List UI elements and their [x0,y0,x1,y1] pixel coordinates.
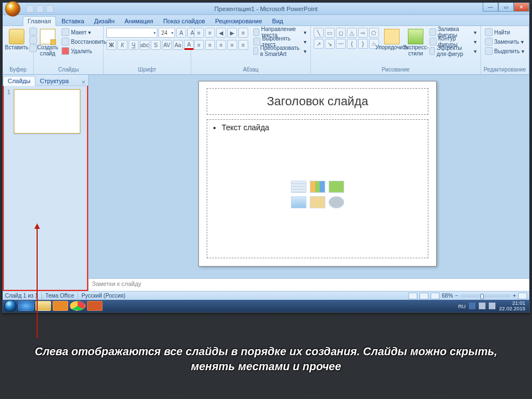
tab-view[interactable]: Вид [268,17,288,25]
paste-button[interactable]: Вставить [6,28,28,52]
zoom-percent: 68% [442,293,453,299]
powerpoint-window: Презентация1 - Microsoft PowerPoint — ▭ … [2,2,530,313]
smartart-button[interactable]: Преобразовать в SmartArt ▾ [252,47,308,55]
strike-button[interactable]: abc [140,40,150,50]
slide-canvas-area[interactable]: Заголовок слайда Текст слайда Заметки к … [89,75,529,291]
thumbnail-list[interactable]: 1 [3,86,88,291]
styles-icon [408,29,423,44]
insert-smartart-icon[interactable] [329,181,344,193]
content-type-icons [291,181,344,208]
annotation-caption: Слева отображаются все слайды в порядке … [0,344,532,374]
tray-date[interactable]: 22.02.2015 [499,306,525,311]
tray-lang[interactable]: RU [458,303,466,309]
taskbar-explorer-icon[interactable] [35,301,51,311]
office-button[interactable] [3,3,22,15]
line-spacing-button[interactable]: ≡ [238,28,248,38]
select-button[interactable]: Выделить ▾ [484,47,525,55]
tab-review[interactable]: Рецензирование [211,17,267,25]
title-placeholder[interactable]: Заголовок слайда [207,88,428,115]
smartart-icon [253,47,258,55]
windows-taskbar: RU 21:01 22.02.2015 [3,300,529,312]
delete-icon [62,47,69,55]
maximize-button[interactable]: ▭ [498,3,514,12]
tray-network-icon[interactable] [479,303,485,309]
reset-button[interactable]: Восстановить [60,37,108,46]
font-size-combo[interactable]: 24 [158,28,175,38]
taskbar-chrome-icon[interactable] [70,301,85,311]
columns-button[interactable]: ≡ [238,40,248,50]
case-button[interactable]: Aa [173,40,183,50]
shadow-button[interactable]: S [151,40,161,50]
minimize-button[interactable]: — [483,3,498,12]
taskbar-media-icon[interactable] [53,301,68,311]
ribbon-tabs: Главная Вставка Дизайн Анимация Показ сл… [3,15,529,26]
fit-window-button[interactable] [518,293,527,299]
office-orb-icon [5,1,21,17]
replace-button[interactable]: Заменить ▾ [484,37,525,46]
tray-volume-icon[interactable] [489,303,495,309]
underline-button[interactable]: Ч [129,40,139,50]
insert-picture-icon[interactable] [291,196,306,208]
shapes-gallery[interactable]: ╲▭◻△⇨⬠ ↗↘〰{}☆ [314,28,379,49]
group-paragraph: ≡ ≡ ◀ ▶ ≡ ≡ ≡ ≡ ≡ ≡ Направление [191,26,311,74]
quick-access-toolbar [26,5,54,13]
status-language[interactable]: Русский (Россия) [81,293,125,299]
insert-table-icon[interactable] [291,181,306,193]
close-button[interactable]: ✕ [514,3,529,12]
quick-styles-button[interactable]: Экспресс-стили [405,28,427,58]
taskbar-ie-icon[interactable] [18,301,34,311]
delete-button[interactable]: Удалить [60,47,108,55]
new-slide-icon [40,29,55,44]
indent-dec-button[interactable]: ◀ [216,28,226,38]
tab-slideshow[interactable]: Показ слайдов [158,17,209,25]
align-left-button[interactable]: ≡ [194,40,204,50]
numbering-button[interactable]: ≡ [205,28,215,38]
indent-inc-button[interactable]: ▶ [227,28,237,38]
tray-flag-icon[interactable] [469,303,475,309]
justify-button[interactable]: ≡ [227,40,237,50]
tab-slides[interactable]: Слайды [3,76,35,86]
layout-button[interactable]: Макет ▾ [60,28,108,37]
tab-design[interactable]: Дизайн [90,17,119,25]
insert-media-icon[interactable] [329,196,344,208]
thumb-preview[interactable] [14,89,80,134]
slide[interactable]: Заголовок слайда Текст слайда [198,81,437,267]
zoom-in-button[interactable]: + [513,293,516,299]
zoom-out-button[interactable]: − [455,293,458,299]
taskbar-powerpoint-icon[interactable] [87,301,103,311]
content-placeholder[interactable]: Текст слайда [207,119,428,258]
zoom-slider[interactable] [461,295,510,297]
panel-close-icon[interactable]: × [79,79,88,85]
layout-icon [62,28,69,36]
grow-font-icon[interactable]: A [176,28,186,38]
save-icon[interactable] [26,5,34,13]
view-sorter-button[interactable] [420,293,428,299]
bullets-button[interactable]: ≡ [194,28,204,38]
status-slide-info: Слайд 1 из 1 [5,293,38,299]
insert-clipart-icon[interactable] [310,196,325,208]
thumbnail-item[interactable]: 1 [7,89,84,134]
tab-insert[interactable]: Вставка [57,17,89,25]
tab-animation[interactable]: Анимация [120,17,158,25]
italic-button[interactable]: К [117,40,127,50]
shape-effects-button[interactable]: Эффекты для фигур ▾ [428,47,478,55]
tab-outline[interactable]: Структура [35,76,73,85]
view-normal-button[interactable] [408,293,417,299]
insert-chart-icon[interactable] [310,181,325,193]
paste-icon [9,29,24,44]
new-slide-button[interactable]: Создать слайд [37,28,59,58]
font-name-combo[interactable] [106,28,157,38]
notes-pane[interactable]: Заметки к слайду [89,278,529,291]
tab-home[interactable]: Главная [23,16,56,26]
view-slideshow-button[interactable] [431,293,439,299]
undo-icon[interactable] [36,5,44,13]
spacing-button[interactable]: AV [162,40,172,50]
align-right-button[interactable]: ≡ [216,40,226,50]
group-label: Абзац [194,66,308,74]
arrange-button[interactable]: Упорядочить [381,28,403,52]
redo-icon[interactable] [46,5,54,13]
bold-button[interactable]: Ж [106,40,116,50]
align-center-button[interactable]: ≡ [205,40,215,50]
start-button[interactable] [4,300,17,312]
find-button[interactable]: Найти [484,28,525,37]
